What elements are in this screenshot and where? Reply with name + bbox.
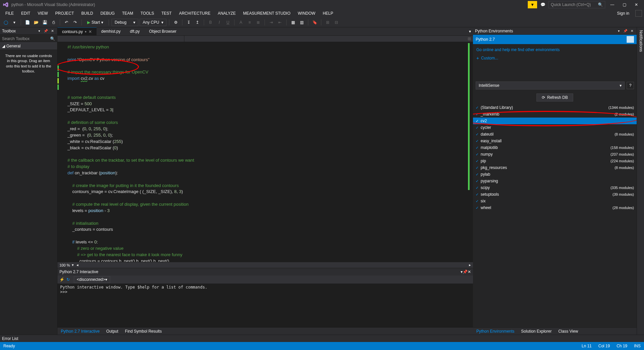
menu-tools[interactable]: TOOLS [137, 10, 157, 17]
menu-test[interactable]: TEST [158, 10, 175, 17]
open-file-icon[interactable]: 📂 [32, 19, 40, 26]
zoom-level[interactable]: 100 % [59, 263, 70, 267]
split-icon[interactable]: ⊞ [466, 36, 473, 41]
tab-python-environments[interactable]: Python Environments [473, 328, 518, 335]
module-row[interactable]: ✓pyparsing [473, 178, 637, 184]
module-row[interactable]: ✓_markerlib(2 modules) [473, 111, 637, 118]
menu-window[interactable]: WINDOW [295, 10, 319, 17]
underline-icon[interactable]: U [224, 19, 231, 26]
intellisense-dropdown[interactable]: IntelliSense▾ [476, 81, 625, 90]
module-list[interactable]: ✓(Standard Library)(1344 modules)✓_marke… [473, 104, 637, 327]
tab-overflow[interactable]: ▾ [467, 27, 473, 35]
process-icon[interactable]: ⚙ [172, 19, 179, 26]
module-row[interactable]: ✓pylab [473, 171, 637, 178]
tab-find-symbol[interactable]: Find Symbol Results [122, 328, 165, 335]
toolbox-category[interactable]: ◢ General [0, 43, 57, 49]
font-icon[interactable]: A [237, 19, 245, 26]
menu-help[interactable]: HELP [319, 10, 336, 17]
minimize-button[interactable]: — [607, 1, 617, 8]
align-center-icon[interactable]: ≣ [255, 19, 262, 26]
panel-close-icon[interactable]: ✕ [468, 270, 471, 274]
scope-dropdown[interactable] [57, 36, 184, 42]
module-row[interactable]: ✓six [473, 198, 637, 204]
quick-launch[interactable]: Quick Launch (Ctrl+Q) 🔍 [548, 1, 605, 8]
tab-dft[interactable]: dft.py [125, 27, 144, 35]
bookmark-icon[interactable]: 🔖 [311, 19, 318, 26]
module-row[interactable]: ✓scipy(335 modules) [473, 184, 637, 191]
module-row[interactable]: ✓dateutil(8 modules) [473, 131, 637, 138]
module-row[interactable]: ✓cycler [473, 124, 637, 131]
menu-measurement[interactable]: MEASUREMENT STUDIO [240, 10, 294, 17]
save-icon[interactable]: 💾 [41, 19, 48, 26]
sign-in-button[interactable]: Sign in [614, 10, 633, 17]
active-environment[interactable]: Python 2.7 [473, 35, 637, 44]
help-button[interactable]: ? [627, 82, 634, 89]
pin-icon[interactable]: 📌 [623, 28, 628, 34]
menu-project[interactable]: PROJECT [52, 10, 77, 17]
module-row[interactable]: ✓cv2 [473, 118, 637, 124]
toolbox-close-icon[interactable]: ✕ [50, 28, 55, 34]
module-row[interactable]: ✓pkg_resources(8 modules) [473, 164, 637, 171]
code-editor[interactable]: #! /usr/bin/env python print "OpenCV Pyt… [57, 42, 473, 262]
toolbox-search[interactable]: Search Toolbox 🔍 [0, 35, 57, 43]
menu-team[interactable]: TEAM [119, 10, 136, 17]
undo-icon[interactable]: ↶ [63, 19, 70, 26]
module-row[interactable]: ✓pip(224 modules) [473, 158, 637, 164]
interrupt-icon[interactable]: ⚡ [59, 277, 64, 282]
italic-icon[interactable]: I [215, 19, 223, 26]
new-project-icon[interactable]: 📄 [24, 19, 31, 26]
misc2-icon[interactable]: ⊟ [333, 19, 340, 26]
tab-class-view[interactable]: Class View [555, 328, 581, 335]
menu-architecture[interactable]: ARCHITECTURE [176, 10, 214, 17]
module-row[interactable]: ✓easy_install [473, 138, 637, 144]
bold-icon[interactable]: B [207, 19, 214, 26]
tab-solution-explorer[interactable]: Solution Explorer [518, 328, 555, 335]
panel-dropdown-icon[interactable]: ▾ [616, 28, 621, 34]
indent-icon[interactable]: ⇥ [268, 19, 275, 26]
menu-view[interactable]: VIEW [34, 10, 51, 17]
close-button[interactable]: ✕ [631, 1, 641, 8]
interactive-console[interactable]: Python interactive window. Type $help fo… [57, 284, 473, 327]
pin-icon[interactable]: 📌 [463, 270, 468, 274]
menu-build[interactable]: BUILD [78, 10, 96, 17]
menu-file[interactable]: FILE [2, 10, 17, 17]
find-environments-link[interactable]: Go online and help me find other environ… [473, 44, 637, 53]
step-icon[interactable]: ↧ [185, 19, 192, 26]
start-debug-button[interactable]: ▶ Start ▾ [85, 19, 106, 25]
misc1-icon[interactable]: ⊞ [324, 19, 331, 26]
interactive-state-dropdown[interactable]: <disconnected>▾ [74, 276, 110, 283]
chevron-left-icon[interactable]: ◂ [76, 263, 78, 267]
custom-env-button[interactable]: + Custom... [473, 53, 637, 65]
chevron-right-icon[interactable]: ▸ [469, 263, 471, 267]
user-avatar[interactable] [635, 10, 642, 17]
align-left-icon[interactable]: ≡ [246, 19, 253, 26]
module-row[interactable]: ✓matplotlib(158 modules) [473, 144, 637, 151]
platform-dropdown[interactable]: Any CPU▾ [140, 19, 166, 26]
refresh-db-button[interactable]: ⟳ Refresh DB [536, 94, 573, 102]
tab-python-interactive[interactable]: Python 2.7 Interactive [57, 328, 103, 335]
step2-icon[interactable]: ↥ [194, 19, 201, 26]
panel-close-icon[interactable]: ✕ [629, 28, 635, 34]
chevron-down-icon[interactable]: ▾ [72, 263, 74, 267]
tab-output[interactable]: Output [103, 328, 122, 335]
tab-object-browser[interactable]: Object Browser [144, 27, 181, 35]
error-list-tab[interactable]: Error List [0, 335, 644, 342]
notifications-tab[interactable]: Notifications [637, 27, 644, 335]
module-row[interactable]: ✓numpy(207 modules) [473, 151, 637, 158]
toolbox-dropdown-icon[interactable]: ▾ [36, 28, 42, 34]
feedback-icon[interactable]: 💬 [539, 1, 546, 8]
module-row[interactable]: ✓setuptools(39 modules) [473, 191, 637, 198]
maximize-button[interactable]: ▢ [619, 1, 629, 8]
module-row[interactable]: ✓wheel(28 modules) [473, 204, 637, 211]
module-row[interactable]: ✓(Standard Library)(1344 modules) [473, 104, 637, 111]
nav-fwd-icon[interactable]: ▾ [11, 19, 18, 26]
menu-debug[interactable]: DEBUG [97, 10, 118, 17]
save-all-icon[interactable]: ⎙ [50, 19, 57, 26]
outdent-icon[interactable]: ⇤ [276, 19, 284, 26]
comment-icon[interactable]: ▦ [289, 19, 297, 26]
nav-back-icon[interactable]: ◯ [2, 19, 9, 26]
tab-contours[interactable]: contours.py • ✕ [57, 27, 97, 35]
tab-close-icon[interactable]: ✕ [89, 29, 92, 34]
config-dropdown[interactable]: Debug▾ [112, 19, 138, 26]
tab-demhist[interactable]: demhist.py [97, 27, 125, 35]
